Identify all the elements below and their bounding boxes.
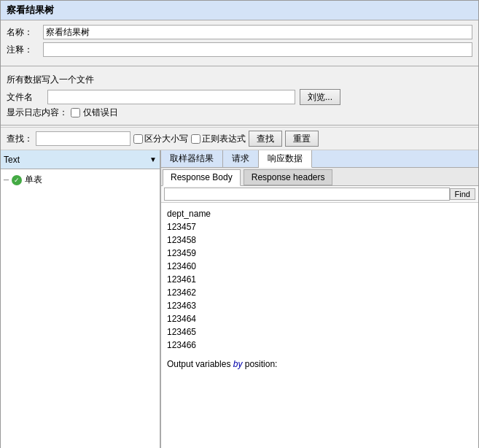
reset-button[interactable]: 重置 [285,131,319,147]
output-prefix: Output variables [167,359,233,369]
tab-request[interactable]: 请求 [223,150,259,167]
tab-sampler[interactable]: 取样器结果 [161,150,223,167]
error-label: 仅错误日 [83,107,118,119]
content-line: 123465 [167,325,472,339]
name-input[interactable] [43,25,472,39]
tree-expand-icon[interactable]: ─ [4,176,9,184]
log-label: 显示日志内容： [7,107,68,119]
left-panel: Text ▼ ─ ✓ 单表 [1,150,161,448]
comment-row: 注释： [7,42,472,57]
sub-tab-body[interactable]: Response Body [163,169,241,186]
case-checkbox[interactable] [133,134,143,144]
name-label: 名称： [7,26,43,39]
main-tabs: 取样器结果 请求 响应数据 [161,150,478,168]
search-label: 查找： [7,133,33,145]
find-bar: Find [161,186,478,203]
content-line: dept_name [167,207,472,220]
content-line: 123466 [167,339,472,352]
status-ok-icon: ✓ [12,175,22,185]
comment-input[interactable] [43,42,472,57]
log-row: 显示日志内容： 仅错误日 [7,107,472,119]
window-title: 察看结果树 [7,4,54,15]
case-label: 区分大小写 [133,133,188,145]
content-line: 123464 [167,312,472,325]
left-panel-title: Text [4,155,149,165]
find-button-inner[interactable]: Find [450,188,475,200]
search-input[interactable] [36,131,131,146]
regex-label: 正则表达式 [191,133,246,145]
name-row: 名称： [7,25,472,39]
list-item: ─ ✓ 单表 [4,172,157,188]
content-line: 123462 [167,286,472,299]
find-input[interactable] [164,188,450,201]
section-heading: 所有数据写入一个文件 [7,74,472,86]
file-label: 文件名 [7,91,43,104]
regex-checkbox[interactable] [191,134,200,144]
tab-response[interactable]: 响应数据 [259,150,312,168]
main-area: Text ▼ ─ ✓ 单表 取样器结果 请求 [1,150,478,448]
content-line: 123459 [167,247,472,260]
browse-button[interactable]: 刘览... [300,89,340,105]
main-window: 察看结果树 名称： 注释： 所有数据写入一个文件 文件名 刘览... 显示日志内… [0,0,479,448]
file-input[interactable] [47,90,295,104]
output-suffix: position: [242,359,277,369]
title-bar: 察看结果树 [1,1,478,20]
find-button[interactable]: 查找 [249,131,282,147]
tree-content: ─ ✓ 单表 [1,169,160,448]
file-section: 所有数据写入一个文件 文件名 刘览... 显示日志内容： 仅错误日 [1,68,478,123]
form-section: 名称： 注释： [1,20,478,64]
file-row: 文件名 刘览... [7,89,472,105]
content-line: 123463 [167,299,472,312]
content-line: 123460 [167,260,472,273]
content-line: 123458 [167,233,472,247]
output-by: by [233,359,243,369]
comment-label: 注释： [7,44,43,56]
toolbar: 查找： 区分大小写 正则表达式 查找 重置 [1,127,478,150]
content-area: dept_name 123457 123458 123459 123460 12… [161,203,478,448]
left-panel-header: Text ▼ [1,150,160,169]
error-checkbox[interactable] [71,108,80,117]
content-line: 123457 [167,220,472,233]
sub-tabs: Response Body Response headers [161,168,478,186]
right-panel: 取样器结果 请求 响应数据 Response Body Response hea… [161,150,478,448]
output-line: Output variables by position: [167,359,472,369]
left-panel-arrow[interactable]: ▼ [149,155,157,163]
content-line: 123461 [167,273,472,286]
tree-item-label[interactable]: 单表 [25,174,42,186]
sub-tab-headers[interactable]: Response headers [244,169,333,185]
